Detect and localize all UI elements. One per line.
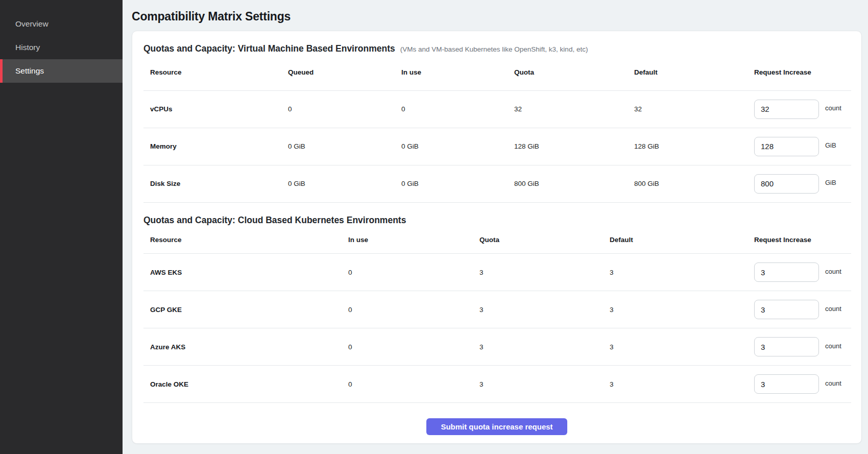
default-value: 3 bbox=[610, 291, 754, 328]
request-increase-cell: GiB bbox=[754, 137, 851, 156]
unit-label: GiB bbox=[825, 179, 836, 186]
default-value: 3 bbox=[610, 366, 754, 403]
resource-name: Oracle OKE bbox=[143, 366, 348, 403]
vcpus-request-input[interactable] bbox=[754, 100, 819, 119]
table-row-oracle-oke: Oracle OKE 0 3 3 count bbox=[143, 366, 851, 403]
table-row-gcp-gke: GCP GKE 0 3 3 count bbox=[143, 291, 851, 328]
vm-quota-table: Resource Queued In use Quota Default Req… bbox=[143, 55, 851, 203]
queued-value: 0 GiB bbox=[288, 165, 401, 202]
column-header-queued: Queued bbox=[288, 55, 401, 90]
quota-value: 3 bbox=[479, 254, 610, 291]
in-use-value: 0 bbox=[348, 366, 479, 403]
sidebar: Overview History Settings bbox=[0, 0, 123, 454]
vm-section-title: Quotas and Capacity: Virtual Machine Bas… bbox=[143, 42, 395, 55]
azure-aks-request-input[interactable] bbox=[754, 337, 819, 356]
unit-label: count bbox=[825, 268, 841, 275]
column-header-in-use: In use bbox=[348, 226, 479, 254]
unit-label: count bbox=[825, 305, 841, 313]
vm-section-subtitle: (VMs and VM-based Kubernetes like OpenSh… bbox=[400, 45, 588, 53]
sidebar-item-history[interactable]: History bbox=[0, 36, 123, 59]
table-row-disk-size: Disk Size 0 GiB 0 GiB 800 GiB 800 GiB Gi… bbox=[143, 165, 851, 202]
in-use-value: 0 bbox=[348, 254, 479, 291]
in-use-value: 0 bbox=[348, 291, 479, 328]
submit-quota-increase-button[interactable]: Submit quota increase request bbox=[426, 418, 567, 435]
default-value: 32 bbox=[634, 90, 754, 128]
cloud-section-header: Quotas and Capacity: Cloud Based Kuberne… bbox=[143, 214, 850, 226]
unit-label: GiB bbox=[825, 141, 836, 149]
column-header-resource: Resource bbox=[143, 226, 348, 254]
default-value: 800 GiB bbox=[634, 165, 754, 202]
cloud-quota-table: Resource In use Quota Default Request In… bbox=[143, 226, 851, 403]
settings-card: Quotas and Capacity: Virtual Machine Bas… bbox=[132, 31, 862, 444]
unit-label: count bbox=[825, 104, 841, 112]
column-header-request-increase: Request Increase bbox=[754, 226, 851, 254]
request-increase-cell: count bbox=[754, 100, 851, 119]
quota-value: 800 GiB bbox=[514, 165, 634, 202]
sidebar-item-settings[interactable]: Settings bbox=[0, 59, 123, 83]
disk-size-request-input[interactable] bbox=[754, 174, 819, 194]
in-use-value: 0 GiB bbox=[401, 165, 514, 202]
main-content: Compatibility Matrix Settings Quotas and… bbox=[123, 0, 868, 454]
request-increase-cell: count bbox=[754, 300, 851, 319]
request-increase-cell: count bbox=[754, 262, 851, 282]
cloud-section-title: Quotas and Capacity: Cloud Based Kuberne… bbox=[143, 214, 406, 226]
resource-name: Disk Size bbox=[143, 165, 288, 202]
quota-value: 128 GiB bbox=[514, 128, 634, 165]
vm-section-header: Quotas and Capacity: Virtual Machine Bas… bbox=[143, 42, 850, 55]
column-header-resource: Resource bbox=[143, 55, 288, 90]
resource-name: GCP GKE bbox=[143, 291, 348, 328]
sidebar-item-label: History bbox=[15, 43, 40, 52]
resource-name: AWS EKS bbox=[143, 254, 348, 291]
queued-value: 0 bbox=[288, 90, 401, 128]
table-row-azure-aks: Azure AKS 0 3 3 count bbox=[143, 328, 851, 366]
in-use-value: 0 bbox=[401, 90, 514, 128]
default-value: 3 bbox=[610, 254, 754, 291]
memory-request-input[interactable] bbox=[754, 137, 819, 156]
quota-value: 3 bbox=[479, 328, 610, 366]
submit-row: Submit quota increase request bbox=[143, 403, 850, 435]
table-row-aws-eks: AWS EKS 0 3 3 count bbox=[143, 254, 851, 291]
column-header-quota: Quota bbox=[514, 55, 634, 90]
quota-value: 3 bbox=[479, 291, 610, 328]
quota-value: 3 bbox=[479, 366, 610, 403]
sidebar-item-label: Settings bbox=[15, 66, 44, 76]
sidebar-item-label: Overview bbox=[15, 19, 49, 29]
in-use-value: 0 GiB bbox=[401, 128, 514, 165]
table-row-vcpus: vCPUs 0 0 32 32 count bbox=[143, 90, 851, 128]
gcp-gke-request-input[interactable] bbox=[754, 300, 819, 319]
unit-label: count bbox=[825, 379, 841, 387]
request-increase-cell: count bbox=[754, 374, 851, 394]
cloud-table-header-row: Resource In use Quota Default Request In… bbox=[143, 226, 851, 254]
vm-table-header-row: Resource Queued In use Quota Default Req… bbox=[143, 55, 851, 90]
app-window: Overview History Settings Compatibility … bbox=[0, 0, 868, 454]
sidebar-item-overview[interactable]: Overview bbox=[0, 12, 123, 36]
column-header-in-use: In use bbox=[401, 55, 514, 90]
column-header-request-increase: Request Increase bbox=[754, 55, 851, 90]
column-header-quota: Quota bbox=[479, 226, 610, 254]
quota-value: 32 bbox=[514, 90, 634, 128]
column-header-default: Default bbox=[634, 55, 754, 90]
default-value: 128 GiB bbox=[634, 128, 754, 165]
resource-name: vCPUs bbox=[143, 90, 288, 128]
unit-label: count bbox=[825, 342, 841, 350]
resource-name: Memory bbox=[143, 128, 288, 165]
page-title: Compatibility Matrix Settings bbox=[132, 9, 860, 23]
resource-name: Azure AKS bbox=[143, 328, 348, 366]
column-header-default: Default bbox=[610, 226, 754, 254]
request-increase-cell: GiB bbox=[754, 174, 851, 194]
request-increase-cell: count bbox=[754, 337, 851, 356]
queued-value: 0 GiB bbox=[288, 128, 401, 165]
oracle-oke-request-input[interactable] bbox=[754, 374, 819, 394]
table-row-memory: Memory 0 GiB 0 GiB 128 GiB 128 GiB GiB bbox=[143, 128, 851, 165]
aws-eks-request-input[interactable] bbox=[754, 262, 819, 282]
default-value: 3 bbox=[610, 328, 754, 366]
in-use-value: 0 bbox=[348, 328, 479, 366]
